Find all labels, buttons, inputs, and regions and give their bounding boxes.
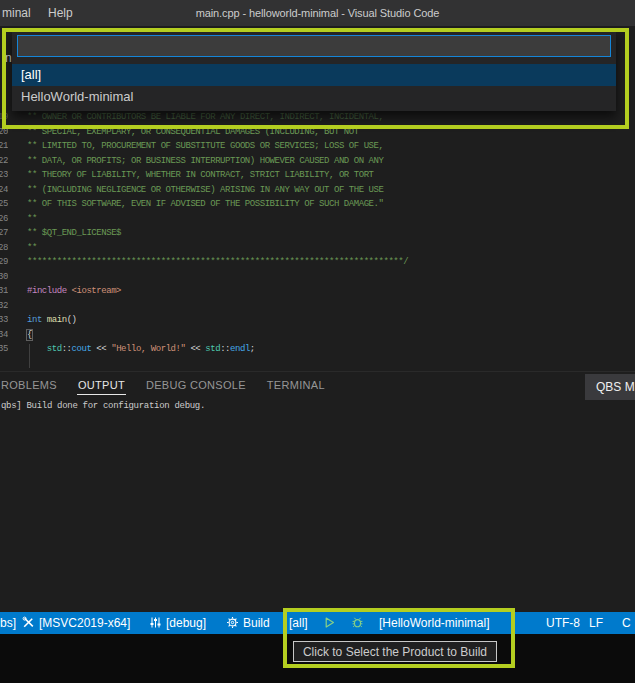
output-channel-select[interactable]: QBS M	[585, 374, 635, 400]
line-number: 30	[0, 270, 8, 285]
code-line: 22** DATA, OR PROFITS; OR BUSINESS INTER…	[0, 154, 635, 169]
panel-tab-roblems[interactable]: ROBLEMS	[0, 372, 58, 394]
status-run-button[interactable]	[323, 612, 336, 634]
code-line: 23** THEORY OF LIABILITY, WHETHER IN CON…	[0, 168, 635, 183]
panel-tabs: ROBLEMSOUTPUTDEBUG CONSOLETERMINAL	[0, 372, 345, 398]
panel-tab-debug-console[interactable]: DEBUG CONSOLE	[145, 372, 247, 394]
status-encoding[interactable]: UTF-8	[546, 612, 580, 634]
line-number: 29	[0, 255, 8, 270]
output-log-line: qbs] Build done for configuration debug.	[1, 401, 205, 411]
line-number: 34	[0, 328, 8, 343]
bottom-panel: ROBLEMSOUTPUTDEBUG CONSOLETERMINAL QBS M…	[0, 371, 635, 612]
line-number: 35	[0, 342, 8, 357]
code-line: 26**	[0, 212, 635, 227]
build-label: Build	[243, 616, 270, 630]
line-number: 27	[0, 226, 8, 241]
play-icon	[323, 616, 336, 629]
status-debug-button[interactable]	[351, 612, 364, 634]
line-number: 26	[0, 212, 8, 227]
panel-tab-terminal[interactable]: TERMINAL	[266, 372, 326, 394]
code-line: 19** OWNER OR CONTRIBUTORS BE LIABLE FOR…	[0, 110, 635, 125]
code-line: 21** LIMITED TO, PROCUREMENT OF SUBSTITU…	[0, 139, 635, 154]
line-number: 28	[0, 241, 8, 256]
code-lines: 19** OWNER OR CONTRIBUTORS BE LIABLE FOR…	[0, 110, 635, 357]
code-line: 20** SPECIAL, EXEMPLARY, OR CONSEQUENTIA…	[0, 125, 635, 140]
line-number: 19	[0, 110, 8, 125]
indent-guide	[29, 344, 30, 368]
code-line: 28**	[0, 241, 635, 256]
status-kit-selector[interactable]: [MSVC2019-x64]	[22, 612, 130, 634]
status-bar: bs] [MSVC2019-x64] [debug] Build [all]	[0, 612, 635, 634]
window-title: main.cpp - helloworld-minimal - Visual S…	[0, 0, 635, 26]
code-line: 35 std::cout << "Hello, World!" << std::…	[0, 342, 635, 357]
line-number: 25	[0, 197, 8, 212]
gear-icon	[226, 616, 239, 629]
status-qbs-label[interactable]: bs]	[0, 612, 16, 634]
line-number: 31	[0, 284, 8, 299]
bug-icon	[351, 616, 364, 629]
status-eol[interactable]: LF	[589, 612, 603, 634]
status-language[interactable]: C	[622, 612, 631, 634]
line-number: 33	[0, 313, 8, 328]
code-line: 34{	[0, 328, 635, 343]
line-number: 20	[0, 125, 8, 140]
tools-icon	[22, 616, 35, 629]
code-line: 24** (INCLUDING NEGLIGENCE OR OTHERWISE)…	[0, 183, 635, 198]
quickpick-item[interactable]: HelloWorld-minimal	[12, 86, 616, 108]
code-line: 25** OF THIS SOFTWARE, EVEN IF ADVISED O…	[0, 197, 635, 212]
status-configuration-selector[interactable]: [debug]	[149, 612, 206, 634]
status-project-selector[interactable]: [HelloWorld-minimal]	[379, 612, 489, 634]
code-line: 27** $QT_END_LICENSE$	[0, 226, 635, 241]
kit-label: [MSVC2019-x64]	[39, 616, 130, 630]
clipped-editor-char: n	[5, 51, 12, 65]
line-number: 22	[0, 154, 8, 169]
line-number: 32	[0, 299, 8, 314]
quickpick-widget: [all]HelloWorld-minimal	[12, 31, 616, 111]
line-number: 24	[0, 183, 8, 198]
quickpick-list: [all]HelloWorld-minimal	[12, 64, 616, 108]
build-product-tooltip: Click to Select the Product to Build	[293, 641, 497, 662]
panel-tab-output[interactable]: OUTPUT	[77, 372, 126, 395]
title-bar: minal Help main.cpp - helloworld-minimal…	[0, 0, 635, 26]
status-build-button[interactable]: Build	[226, 612, 270, 634]
quickpick-item[interactable]: [all]	[12, 64, 616, 86]
status-product-selector[interactable]: [all]	[289, 612, 308, 634]
code-line: 33int main()	[0, 313, 635, 328]
sliders-icon	[149, 616, 162, 629]
code-line: 29**************************************…	[0, 255, 635, 270]
code-line: 31#include <iostream>	[0, 284, 635, 299]
configuration-label: [debug]	[166, 616, 206, 630]
quickpick-input[interactable]	[17, 35, 611, 57]
code-line: 30	[0, 270, 635, 285]
code-line: 32	[0, 299, 635, 314]
line-number: 23	[0, 168, 8, 183]
line-number: 21	[0, 139, 8, 154]
